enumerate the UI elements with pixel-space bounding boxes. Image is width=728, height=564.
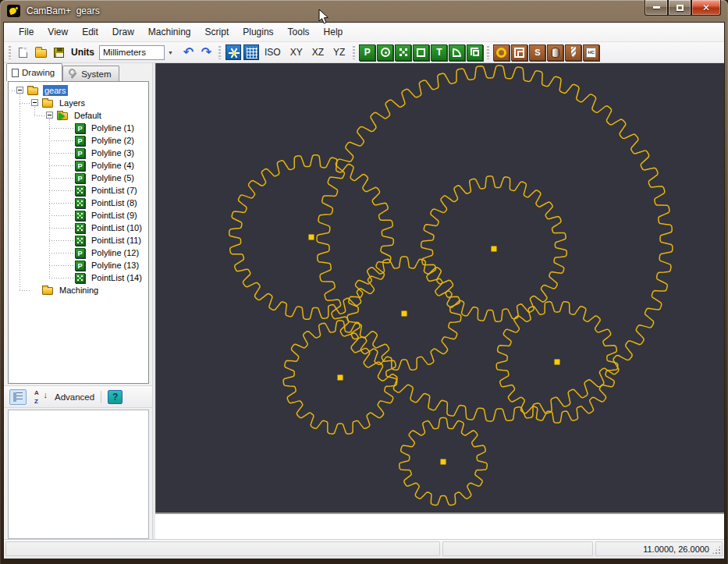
units-combobox[interactable]: Millimeters [99,45,165,60]
tree-label[interactable]: Default [73,110,103,121]
message-area [155,513,724,539]
left-panel: Drawing System gearsLayersDefaultPPolyli… [4,63,152,539]
tree-label[interactable]: Layers [58,98,87,108]
pocket-op-button[interactable] [510,44,528,61]
status-bar: 11.0000, 26.0000 [4,539,724,559]
close-button[interactable]: ✕ [691,0,721,16]
tree-label[interactable]: Polyline (1) [90,122,136,133]
help-icon[interactable]: ? [108,390,123,404]
profile-op-button[interactable] [492,44,510,61]
toolbar-grip[interactable] [9,46,11,59]
tree-label[interactable]: gears [43,85,68,96]
tab-label: System [81,69,111,79]
minimize-button[interactable] [645,0,668,16]
text-tool-button[interactable]: T [430,44,448,61]
view-yz-button[interactable]: YZ [328,45,350,59]
axes-view-button[interactable] [224,44,242,61]
gear-upper-middle-center-point[interactable] [492,247,497,252]
polyline-icon: P [75,136,85,146]
toolbar-grip[interactable] [487,46,489,59]
view-xz-button[interactable]: XZ [307,45,328,59]
menu-draw[interactable]: Draw [105,24,141,40]
title-bar[interactable]: CamBam+ gears ✕ [0,0,728,22]
tab-system[interactable]: System [62,66,119,81]
toolbar-grip[interactable] [353,46,355,59]
rectangle-tool-button[interactable] [412,44,430,61]
menu-edit[interactable]: Edit [75,24,105,40]
gear-bottom-center-point[interactable] [441,459,446,465]
tree-label[interactable]: Polyline (3) [90,147,136,158]
menu-bar: FileViewEditDrawMachiningScriptPluginsTo… [4,23,724,42]
tree-label[interactable]: Machining [58,285,100,296]
open-file-button[interactable] [32,44,50,61]
save-file-button[interactable] [50,44,68,61]
property-grid[interactable] [8,410,149,539]
tree-label[interactable]: Polyline (13) [90,260,140,271]
polyline-tool-button[interactable]: P [358,44,376,61]
new-file-button[interactable] [14,44,32,61]
menu-file[interactable]: File [12,24,41,40]
app-window: CamBam+ gears ✕ FileViewEditDrawMachinin… [0,0,728,564]
open-file-icon [35,49,47,58]
tree-label[interactable]: Polyline (4) [90,160,136,171]
resize-grip[interactable] [712,545,721,555]
window-title: CamBam+ gears [27,5,100,16]
cursor-coordinates: 11.0000, 26.0000 [643,544,709,554]
categorized-icon [13,392,23,402]
tree-label[interactable]: PointList (9) [90,210,139,221]
tree-label[interactable]: PointList (14) [90,272,144,283]
gear-top-left-center-point[interactable] [309,235,314,240]
view-iso-button[interactable]: ISO [260,45,286,59]
drawing-canvas[interactable] [155,63,724,513]
categorized-view-button[interactable] [9,389,27,405]
undo-icon: ↶ [183,46,194,59]
tree-label[interactable]: Polyline (2) [90,135,136,146]
page-icon [12,69,19,77]
tree-label[interactable]: PointList (7) [90,185,139,196]
tree-label[interactable]: Polyline (12) [90,247,140,258]
toolbar-grip[interactable] [218,46,221,59]
menu-view[interactable]: View [41,24,75,40]
property-toolbar: AZ↓ Advanced ? [4,385,152,408]
units-value: Millimeters [103,48,146,57]
circle-tool-icon [377,44,393,61]
wrench-icon [68,69,78,79]
drill-op-button[interactable] [564,44,582,61]
grid-toggle-button[interactable] [242,44,260,61]
advanced-button[interactable]: Advanced [55,392,94,402]
tree-label[interactable]: Polyline (5) [90,172,136,183]
maximize-button[interactable] [668,0,691,16]
hc-op-icon: HC [583,44,599,61]
menu-plugins[interactable]: Plugins [236,24,280,40]
tree-label[interactable]: PointList (11) [90,235,143,246]
menu-machining[interactable]: Machining [141,24,198,40]
app-logo-icon [7,5,20,17]
engrave-op-button[interactable]: S [528,44,546,61]
axes-view-icon [226,44,241,60]
redo-button[interactable]: ↷ [197,44,215,61]
circle-tool-button[interactable] [376,44,394,61]
hc-op-button[interactable]: HC [582,44,600,61]
lathe-op-button[interactable] [546,44,564,61]
tab-drawing[interactable]: Drawing [6,63,62,81]
menu-help[interactable]: Help [317,24,350,40]
menu-tools[interactable]: Tools [281,24,317,40]
pointlist-icon [75,186,85,196]
active-layer-icon [57,112,68,120]
units-dropdown-arrow[interactable]: ▼ [165,45,176,60]
pointlist-tool-button[interactable] [394,44,412,61]
menu-script[interactable]: Script [198,24,236,40]
arc-tool-button[interactable] [448,44,466,61]
gear-middle-center-point[interactable] [402,311,407,317]
tree-label[interactable]: PointList (10) [90,222,144,233]
gear-right-center-point[interactable] [555,360,560,365]
gear-large[interactable] [317,66,673,421]
surface-tool-button[interactable] [466,44,484,61]
undo-button[interactable]: ↶ [179,44,197,61]
drill-op-icon [565,44,581,61]
tree-label[interactable]: PointList (8) [90,197,139,208]
pointlist-icon [75,236,85,246]
gear-lower-left-center-point[interactable] [338,375,343,381]
view-xy-button[interactable]: XY [286,45,307,59]
sort-alphabetical-button[interactable]: AZ↓ [33,389,48,405]
